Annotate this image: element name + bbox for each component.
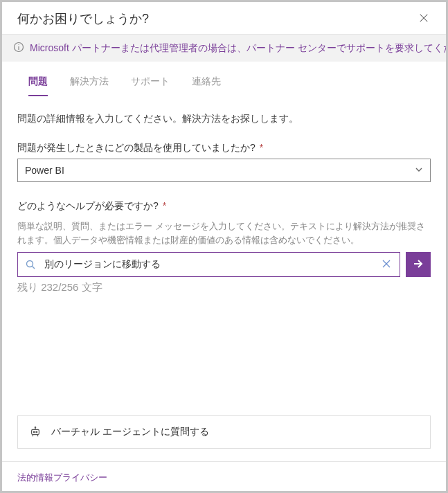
search-icon (25, 259, 36, 270)
product-select-value: Power BI (25, 165, 64, 176)
virtual-agent-label: バーチャル エージェントに質問する (51, 426, 209, 438)
legal-link[interactable]: 法的情報 (17, 472, 53, 484)
info-banner: Microsoft パートナーまたは代理管理者の場合は、パートナー センターでサ… (2, 35, 446, 62)
clear-input-button[interactable] (379, 259, 394, 271)
chevron-down-icon (415, 165, 423, 176)
info-icon (13, 42, 24, 55)
virtual-agent-button[interactable]: バーチャル エージェントに質問する (17, 415, 431, 449)
close-icon (419, 13, 429, 25)
tab-problem[interactable]: 問題 (28, 71, 48, 96)
close-icon (382, 259, 391, 271)
svg-point-5 (27, 261, 33, 267)
svg-point-4 (18, 44, 19, 45)
product-field-label: 問題が発生したときにどの製品を使用していましたか?* (17, 142, 431, 154)
intro-text: 問題の詳細情報を入力してください。解決方法をお探しします。 (17, 113, 431, 125)
footer-links: 法的情報 プライバシー (2, 461, 446, 491)
tab-support[interactable]: サポート (131, 71, 170, 96)
character-counter: 残り 232/256 文字 (17, 281, 431, 294)
tab-contact[interactable]: 連絡先 (192, 71, 221, 96)
close-button[interactable] (414, 9, 433, 28)
help-search-input[interactable] (43, 258, 379, 271)
product-select[interactable]: Power BI (17, 159, 431, 182)
arrow-right-icon (412, 258, 424, 272)
help-search-field[interactable] (17, 252, 400, 277)
svg-rect-10 (32, 429, 39, 434)
submit-search-button[interactable] (406, 252, 431, 277)
bot-icon (29, 426, 42, 438)
privacy-link[interactable]: プライバシー (53, 472, 107, 484)
help-field-hint: 簡単な説明、質問、またはエラー メッセージを入力してください。テキストにより解決… (17, 219, 431, 247)
help-field-label: どのようなヘルプが必要ですか?* (17, 200, 431, 213)
dialog-title: 何かお困りでしょうか? (17, 10, 149, 27)
svg-point-14 (35, 427, 35, 428)
svg-line-6 (33, 267, 35, 269)
partner-center-link[interactable]: Microsoft パートナーまたは代理管理者の場合は、パートナー センターでサ… (30, 42, 446, 55)
required-asterisk: * (260, 142, 263, 153)
svg-point-11 (33, 431, 35, 433)
required-asterisk: * (163, 200, 166, 211)
tab-solutions[interactable]: 解決方法 (70, 71, 109, 96)
tab-bar: 問題 解決方法 サポート 連絡先 (2, 62, 446, 96)
svg-point-12 (36, 431, 37, 433)
